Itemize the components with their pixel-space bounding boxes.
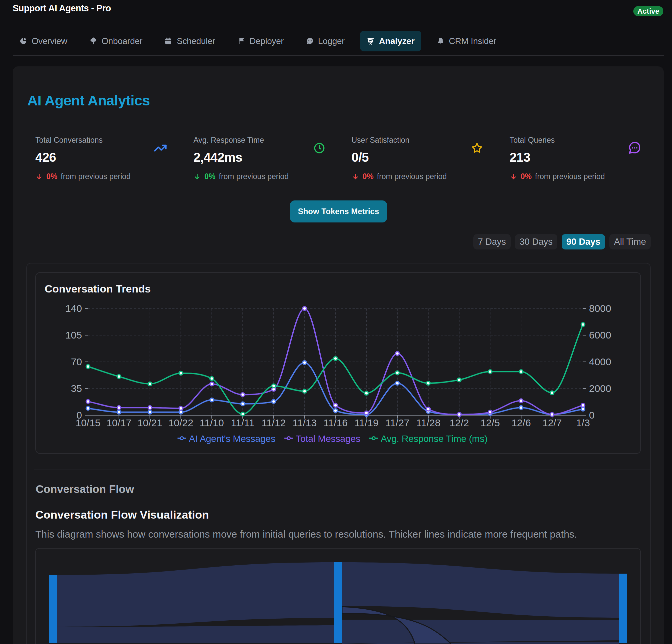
range-90-days[interactable]: 90 Days <box>562 234 605 249</box>
arrow-down-icon <box>510 173 517 180</box>
tab-scheduler[interactable]: Scheduler <box>158 31 222 51</box>
x-axis-tick-label: 10/17 <box>106 417 131 428</box>
sankey-flow-band <box>342 562 619 618</box>
stat-change-suffix: from previous period <box>219 172 289 181</box>
legend-marker-icon <box>287 437 290 440</box>
conversation-trends-chart: 035701051400200040006000800010/1510/1710… <box>36 273 640 453</box>
data-point-ai-agent-s-messages <box>241 402 245 406</box>
stat-label: Total Queries <box>510 136 641 145</box>
stat-change: 0%from previous period <box>510 172 641 181</box>
app-title: Support AI Agents - Pro <box>13 3 111 14</box>
data-point-avg-response-time-ms <box>303 389 306 393</box>
x-axis-tick-label: 11/19 <box>354 417 379 428</box>
stats-row: Total Conversations4260%from previous pe… <box>26 133 651 183</box>
stat-change: 0%from previous period <box>193 172 325 181</box>
flow-description: This diagram shows how conversations mov… <box>35 529 577 540</box>
data-point-ai-agent-s-messages <box>86 407 90 410</box>
data-point-avg-response-time-ms <box>334 357 337 361</box>
show-tokens-button[interactable]: Show Tokens Metrics <box>290 200 387 222</box>
range-all-time[interactable]: All Time <box>609 234 651 249</box>
left-axis-tick-label: 105 <box>65 329 82 340</box>
x-axis-tick-label: 10/15 <box>75 417 100 428</box>
data-point-avg-response-time-ms <box>488 370 492 374</box>
calendar-icon <box>164 37 172 45</box>
stat-change-suffix: from previous period <box>377 172 447 181</box>
data-point-total-messages <box>550 412 554 416</box>
data-point-avg-response-time-ms <box>365 391 368 395</box>
stat-card-total-conversations: Total Conversations4260%from previous pe… <box>26 133 176 183</box>
data-point-ai-agent-s-messages <box>581 407 585 411</box>
stat-change: 0%from previous period <box>35 172 167 181</box>
presentation-icon <box>367 37 375 45</box>
x-axis-tick-label: 12/5 <box>480 417 500 428</box>
data-point-ai-agent-s-messages <box>396 382 399 385</box>
x-axis-tick-label: 10/22 <box>168 417 193 428</box>
sankey-node-right <box>619 574 627 643</box>
data-point-total-messages <box>488 410 492 414</box>
legend-label: Total Messages <box>296 433 360 444</box>
data-point-ai-agent-s-messages <box>272 399 275 403</box>
data-point-ai-agent-s-messages <box>210 398 214 402</box>
tab-analyzer[interactable]: Analyzer <box>360 31 421 51</box>
message-dots-icon <box>306 37 314 45</box>
x-axis-tick-label: 12/2 <box>450 417 469 428</box>
tab-label: Scheduler <box>177 36 215 46</box>
tab-label: Overview <box>32 36 67 46</box>
data-point-total-messages <box>581 403 585 407</box>
data-point-ai-agent-s-messages <box>519 406 523 410</box>
range-30-days[interactable]: 30 Days <box>515 234 557 249</box>
data-point-total-messages <box>519 399 523 402</box>
tab-label: Onboarder <box>102 36 143 46</box>
status-badge: Active <box>633 6 663 16</box>
message-more-icon <box>627 141 641 155</box>
data-point-avg-response-time-ms <box>581 323 585 327</box>
data-point-total-messages <box>365 411 368 415</box>
left-axis-tick-label: 35 <box>71 383 82 394</box>
x-axis-tick-label: 11/11 <box>231 417 255 428</box>
tree-icon <box>89 37 97 45</box>
flow-section-label: Conversation Flow <box>36 483 134 495</box>
sankey-flow-band <box>342 620 619 644</box>
tab-divider <box>13 55 664 56</box>
range-7-days[interactable]: 7 Days <box>473 234 511 249</box>
sankey-node-left <box>49 575 57 643</box>
stat-card-user-satisfaction: User Satisfaction0/50%from previous peri… <box>343 133 493 183</box>
trending-up-icon <box>154 141 167 155</box>
tab-logger[interactable]: Logger <box>299 31 351 51</box>
sankey-card <box>35 548 641 644</box>
sankey-flow-band <box>57 562 334 627</box>
left-axis-tick-label: 140 <box>65 303 82 314</box>
data-point-avg-response-time-ms <box>272 384 275 388</box>
tab-onboarder[interactable]: Onboarder <box>83 31 149 51</box>
data-point-total-messages <box>457 412 461 416</box>
stat-card-total-queries: Total Queries2130%from previous period <box>501 133 651 183</box>
data-point-ai-agent-s-messages <box>179 410 183 414</box>
data-point-avg-response-time-ms <box>179 372 183 375</box>
data-point-total-messages <box>426 407 430 411</box>
page-title: AI Agent Analytics <box>27 92 150 109</box>
tab-overview[interactable]: Overview <box>13 31 74 51</box>
data-point-total-messages <box>334 403 337 407</box>
x-axis-tick-label: 10/21 <box>137 417 162 428</box>
data-point-avg-response-time-ms <box>148 382 152 386</box>
data-point-total-messages <box>117 406 121 410</box>
flag-icon <box>237 37 245 45</box>
stat-value: 0/5 <box>352 150 483 165</box>
stat-label: Total Conversations <box>35 136 167 145</box>
clock-icon <box>313 142 325 154</box>
stat-change-pct: 0% <box>363 172 374 181</box>
tab-label: Logger <box>318 36 345 46</box>
stat-change-pct: 0% <box>521 172 532 181</box>
stat-value: 426 <box>35 150 167 165</box>
arrow-down-icon <box>352 173 359 180</box>
conversation-flow-sankey <box>36 549 640 644</box>
data-point-total-messages <box>241 393 245 397</box>
data-point-ai-agent-s-messages <box>117 410 121 414</box>
tab-deployer[interactable]: Deployer <box>231 31 290 51</box>
arrow-down-icon <box>35 173 43 180</box>
stat-value: 213 <box>510 150 641 165</box>
pie-chart-icon <box>19 37 27 45</box>
tab-crm-insider[interactable]: CRM Insider <box>430 31 503 51</box>
right-axis-tick-label: 2000 <box>589 383 611 394</box>
data-point-avg-response-time-ms <box>519 370 523 374</box>
